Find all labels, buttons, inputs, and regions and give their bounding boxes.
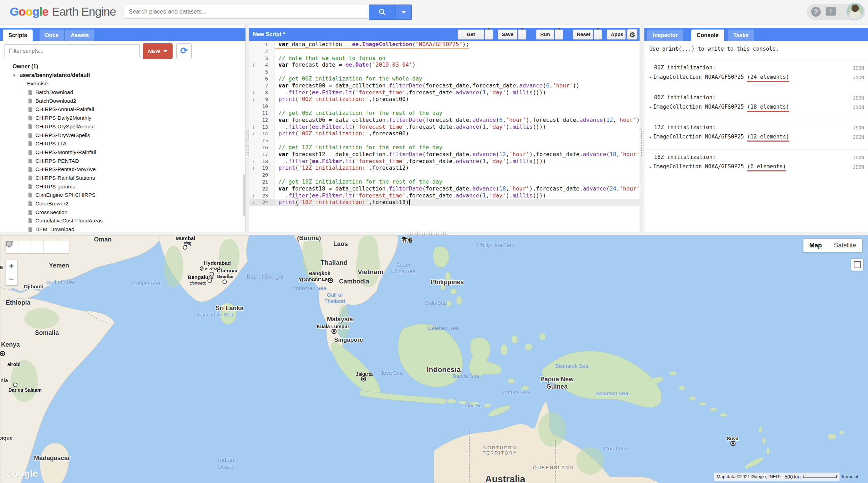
code-line-11[interactable]: 11// get 06Z initialization for the rest… <box>249 110 640 117</box>
zoom-out-button[interactable]: − <box>6 272 17 285</box>
feedback-icon[interactable]: ! <box>826 7 836 16</box>
json-label[interactable]: JSON <box>853 164 864 170</box>
script-item[interactable]: CHIRPS-Pentad-MovAve <box>0 165 245 174</box>
code-line-9[interactable]: i9print('00Z initialization:',forecast00… <box>249 96 640 103</box>
expand-arrow-icon[interactable]: ▸ <box>649 105 652 110</box>
tab-tasks[interactable]: Tasks <box>728 29 754 41</box>
map-type-map-button[interactable]: Map <box>803 239 828 252</box>
json-label[interactable]: JSON <box>853 125 864 130</box>
reset-button[interactable]: Reset <box>573 29 593 40</box>
tree-root-folder[interactable]: ▾users/bennyistanto/default <box>0 71 245 80</box>
line-info-icon[interactable]: i <box>249 124 257 131</box>
console-entry-value[interactable]: ▸ImageCollection NOAA/GFS0P25 (24 elemen… <box>649 74 789 80</box>
script-item[interactable]: CrossSection <box>0 208 245 217</box>
line-info-icon[interactable]: i <box>249 96 257 103</box>
caret-expanded-icon[interactable]: ▾ <box>13 71 15 80</box>
console-entry-value[interactable]: ▸ImageCollection NOAA/GFS0P25 (6 element… <box>649 163 786 170</box>
zoom-in-button[interactable]: + <box>6 260 17 272</box>
search-input[interactable] <box>124 5 368 19</box>
script-item[interactable]: BatchDownload2 <box>0 97 245 105</box>
code-line-10[interactable]: 10 <box>249 103 640 110</box>
json-label[interactable]: JSON <box>853 104 864 110</box>
line-info-icon[interactable]: i <box>249 158 257 165</box>
tab-docs[interactable]: Docs <box>40 29 64 41</box>
right-splitter[interactable] <box>640 25 644 232</box>
map-splitter[interactable] <box>0 232 868 235</box>
script-item[interactable]: CHIRPS-gamma <box>0 183 245 191</box>
map[interactable]: OmanYemenEritreaDjiboutiEthiopiaSomaliaK… <box>0 235 868 483</box>
line-info-icon[interactable]: i <box>249 90 257 96</box>
tab-assets[interactable]: Assets <box>65 29 94 41</box>
left-splitter-handle[interactable] <box>246 129 249 157</box>
code-line-2[interactable]: 2 <box>249 48 640 55</box>
new-script-button[interactable]: NEW <box>143 43 173 59</box>
code-line-18[interactable]: i18 .filter(ee.Filter.lt('forecast_time'… <box>249 158 640 165</box>
search-button[interactable] <box>369 5 396 20</box>
script-item[interactable]: CHIRPS-PENTAD <box>0 157 245 166</box>
get-link-button[interactable]: Get Link <box>458 29 484 40</box>
script-item[interactable]: CHIRPS-Daily2Monthly <box>0 114 245 122</box>
search-dropdown-button[interactable] <box>396 5 412 20</box>
tree-folder-exercise[interactable]: Exercise <box>0 79 245 88</box>
code-line-21[interactable]: 21// get 18Z initialization for the rest… <box>249 178 640 185</box>
map-type-satellite-button[interactable]: Satellite <box>828 239 862 252</box>
line-info-icon[interactable]: i <box>249 130 257 137</box>
script-item[interactable]: ColorBrewer2 <box>0 200 245 208</box>
script-item[interactable]: CHIRPS-LTA <box>0 139 245 148</box>
json-label[interactable]: JSON <box>853 95 864 101</box>
script-item[interactable]: DEM_Download <box>0 225 245 232</box>
script-item[interactable]: BatchDownload <box>0 88 245 97</box>
help-icon[interactable]: ? <box>811 7 821 17</box>
code-line-15[interactable]: 15 <box>249 137 640 144</box>
scripts-scrollbar[interactable] <box>243 174 245 216</box>
script-item[interactable]: CHIRPS-DryWetSpells <box>0 131 245 140</box>
point-marker-icon[interactable] <box>18 240 31 253</box>
fullscreen-icon[interactable] <box>851 259 863 271</box>
save-button[interactable]: Save <box>498 29 517 40</box>
json-label[interactable]: JSON <box>853 155 864 160</box>
avatar[interactable] <box>846 3 864 20</box>
rectangle-icon[interactable] <box>56 240 69 253</box>
line-info-icon[interactable]: i <box>249 165 257 172</box>
script-item[interactable]: CHIRPS-Annual-Rainfall <box>0 105 245 114</box>
settings-gear-icon[interactable]: ⚙ <box>627 29 637 40</box>
code-line-19[interactable]: i19print('12Z initialization:',forecast1… <box>249 164 640 171</box>
code-line-5[interactable]: 5 <box>249 68 640 75</box>
filter-scripts-input[interactable] <box>5 44 140 57</box>
get-link-dropdown[interactable] <box>485 29 493 40</box>
code-line-20[interactable]: 20 <box>249 171 640 178</box>
expand-arrow-icon[interactable]: ▸ <box>649 75 652 80</box>
line-info-icon[interactable]: i <box>249 62 257 69</box>
json-label[interactable]: JSON <box>853 134 864 140</box>
refresh-button[interactable]: ⟳ <box>176 43 192 59</box>
code-line-3[interactable]: 3// date that we want to focus on <box>249 55 640 62</box>
polyline-icon[interactable] <box>31 240 44 253</box>
json-label[interactable]: JSON <box>853 65 864 71</box>
script-item[interactable]: CHIRPS-RainfallStations <box>0 174 245 183</box>
left-splitter[interactable] <box>245 25 249 232</box>
run-button[interactable]: Run <box>536 29 554 40</box>
code-line-12[interactable]: 12var forecast06 = data_collection.filte… <box>249 117 640 124</box>
code-line-8[interactable]: i8 .filter(ee.Filter.lt('forecast_time',… <box>249 89 640 96</box>
run-dropdown[interactable] <box>555 29 563 40</box>
code-line-16[interactable]: 16// get 12Z initialization for the rest… <box>249 144 640 151</box>
code-line-4[interactable]: i4var forecast_date = ee.Date('2019-03-0… <box>249 61 640 68</box>
code-line-23[interactable]: i23 .filter(ee.Filter.lt('forecast_time'… <box>249 192 640 199</box>
line-info-icon[interactable]: i <box>249 199 257 206</box>
map-splitter-handle[interactable] <box>406 232 448 235</box>
code-line-1[interactable]: 1var data_collection = ee.ImageCollectio… <box>249 41 640 48</box>
code-line-7[interactable]: 7var forecast00 = data_collection.filter… <box>249 82 640 89</box>
tab-inspector[interactable]: Inspector <box>647 29 683 41</box>
line-info-icon[interactable]: i <box>249 193 257 200</box>
code-line-13[interactable]: i13 .filter(ee.Filter.lt('forecast_time'… <box>249 124 640 130</box>
reset-dropdown[interactable] <box>594 29 602 40</box>
script-item[interactable]: CHIRPS-Monthly-Rainfall <box>0 148 245 157</box>
code-line-24[interactable]: i24print('18Z initialization:',forecast1… <box>249 199 640 206</box>
json-label[interactable]: JSON <box>853 75 864 80</box>
script-item[interactable]: CumulativeCost-FloodAreas <box>0 217 245 225</box>
expand-arrow-icon[interactable]: ▸ <box>649 135 652 139</box>
script-item[interactable]: ClimEngine-SPI-CHIRPS <box>0 191 245 200</box>
expand-arrow-icon[interactable]: ▸ <box>649 164 652 169</box>
right-splitter-handle[interactable] <box>641 129 643 157</box>
script-item[interactable]: CHIRPS-DrySpellAnnual <box>0 122 245 131</box>
